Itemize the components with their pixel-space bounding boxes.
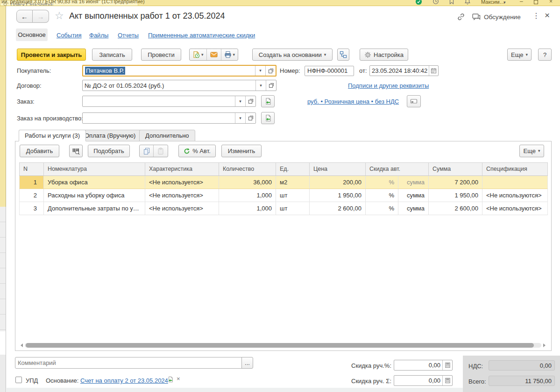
cell-nomenclature[interactable]: Уборка офиса	[44, 176, 145, 189]
calculator-icon[interactable]	[442, 360, 452, 370]
cell-total[interactable]: 2 600,00	[429, 202, 482, 215]
close-app-icon[interactable]: ×	[549, 0, 553, 4]
cell-unit[interactable]: шт	[276, 189, 310, 202]
cell-unit[interactable]: шт	[276, 202, 310, 215]
close-window-icon[interactable]: ×	[545, 10, 550, 21]
cell-unit[interactable]: м2	[276, 176, 310, 189]
comment-expand-button[interactable]: ...	[241, 357, 253, 369]
auto-discount-button[interactable]: % Авт.	[178, 145, 216, 157]
basis-fill-icon[interactable]	[167, 376, 174, 383]
cell-n[interactable]: 3	[20, 202, 44, 215]
signatures-link[interactable]: Подписи и другие реквизиты	[348, 82, 429, 89]
date-field[interactable]: 23.05.2024 18:40:42	[369, 65, 439, 76]
cell-quantity[interactable]: 1,000	[219, 202, 276, 215]
cell-discount-sum[interactable]: сумма	[398, 176, 429, 189]
copy-link-icon[interactable]	[456, 12, 466, 21]
table-row[interactable]: 1 Уборка офиса <Не используется> 36,000 …	[19, 176, 548, 189]
nav-link-reports[interactable]: Отчеты	[118, 32, 139, 39]
window-menu-dots-icon[interactable]: ⋮	[532, 11, 540, 20]
nav-link-files[interactable]: Файлы	[89, 32, 108, 39]
user-menu[interactable]: Максим…	[481, 0, 505, 5]
col-auto-discount[interactable]: Скидка авт.	[366, 163, 429, 175]
cell-discount-pct[interactable]: %	[366, 176, 398, 189]
buyer-open-icon[interactable]	[265, 66, 276, 76]
buyer-field[interactable]: Пятачков В.Р. ▾	[82, 65, 276, 77]
settings-button[interactable]: Настройка	[360, 49, 408, 61]
manual-discount-sum-field[interactable]: 0,00	[394, 375, 453, 386]
copy-rows-button[interactable]	[140, 145, 154, 157]
order-field[interactable]: ▾	[82, 96, 256, 107]
production-order-caret-icon[interactable]: ▾	[235, 113, 245, 123]
col-n[interactable]: N	[20, 163, 44, 175]
col-unit[interactable]: Ед.	[276, 163, 310, 175]
related-documents-button[interactable]	[337, 49, 349, 61]
cell-nomenclature[interactable]: Дополнительные затраты по у…	[44, 202, 145, 215]
save-button[interactable]: Записать	[92, 49, 132, 61]
favorite-star-icon[interactable]: ☆	[55, 10, 64, 22]
help-button[interactable]: ?	[538, 49, 552, 61]
buyer-dropdown-caret-icon[interactable]: ▾	[255, 66, 265, 76]
number-field[interactable]: НФНФ-000001	[305, 66, 354, 76]
tab-additional[interactable]: Дополнительно	[139, 130, 195, 141]
cell-total[interactable]: 1 950,00	[429, 189, 482, 202]
cell-price[interactable]: 1 950,00	[310, 189, 366, 202]
price-type-link[interactable]: руб. • Розничная цена • без НДС	[307, 98, 399, 105]
col-nomenclature[interactable]: Номенклатура	[44, 163, 145, 175]
table-row[interactable]: 3 Дополнительные затраты по у… <Не испол…	[19, 202, 548, 215]
nav-tab-main[interactable]: Основное	[16, 28, 48, 41]
tab-payment[interactable]: Оплата (Вручную)	[78, 130, 142, 141]
post-button[interactable]: Провести	[141, 49, 181, 61]
table-horizontal-scrollbar[interactable]	[21, 342, 546, 349]
cell-total[interactable]: 7 200,00	[429, 176, 482, 189]
scrollbar-thumb[interactable]	[26, 343, 534, 348]
col-specification[interactable]: Спецификация	[482, 163, 547, 175]
price-card-button[interactable]	[407, 95, 421, 107]
cell-quantity[interactable]: 1,000	[219, 189, 276, 202]
back-button[interactable]: ←	[16, 10, 33, 23]
table-more-button[interactable]: Еще ▾	[519, 145, 544, 157]
production-order-fill-button[interactable]	[261, 112, 275, 124]
nav-link-events[interactable]: События	[57, 32, 82, 39]
cell-specification[interactable]	[482, 176, 547, 189]
cell-characteristic[interactable]: <Не используется>	[145, 176, 219, 189]
order-dropdown-caret-icon[interactable]: ▾	[235, 96, 245, 106]
cell-quantity[interactable]: 36,000	[219, 176, 276, 189]
discussion-button[interactable]: Обсуждение	[472, 12, 521, 21]
cell-discount-sum[interactable]: сумма	[398, 202, 429, 215]
tab-works-services[interactable]: Работы и услуги (3)	[19, 130, 86, 141]
cell-specification[interactable]: <Не используются>	[482, 202, 547, 215]
col-price[interactable]: Цена	[310, 163, 366, 175]
col-sum[interactable]: Сумма	[429, 163, 482, 175]
cell-discount-sum[interactable]: сумма	[398, 189, 429, 202]
cell-price[interactable]: 2 600,00	[310, 202, 366, 215]
col-characteristic[interactable]: Характеристика	[145, 163, 219, 175]
cell-n[interactable]: 2	[20, 189, 44, 202]
contract-open-icon[interactable]	[266, 80, 276, 91]
scroll-left-icon[interactable]	[21, 343, 23, 347]
col-quantity[interactable]: Количество	[219, 163, 276, 175]
contract-field[interactable]: № ДО-2 от 01.05.2024 (руб.) ▾	[82, 80, 276, 91]
maximize-icon[interactable]	[534, 0, 538, 4]
cell-discount-pct[interactable]: %	[366, 189, 398, 202]
cell-characteristic[interactable]: <Не используется>	[145, 189, 219, 202]
add-row-button[interactable]: Добавить	[20, 145, 59, 157]
edit-row-button[interactable]: Изменить	[221, 145, 262, 157]
table-row[interactable]: 2 Расходны на уборку офиса <Не используе…	[19, 189, 548, 202]
cell-nomenclature[interactable]: Расходны на уборку офиса	[44, 189, 145, 202]
cell-characteristic[interactable]: <Не используется>	[145, 202, 219, 215]
cell-n[interactable]: 1	[20, 176, 44, 189]
create-based-on-button[interactable]: Создать на основании ▾	[252, 49, 333, 61]
forward-button[interactable]: →	[33, 10, 49, 23]
basis-link[interactable]: Счет на оплату 2 от 23.05.2024	[80, 377, 168, 384]
cell-specification[interactable]: <Не используются>	[482, 189, 547, 202]
comment-input[interactable]	[15, 357, 242, 369]
barcode-scan-button[interactable]	[69, 145, 83, 157]
calendar-icon[interactable]	[429, 66, 438, 76]
scroll-right-icon[interactable]	[543, 343, 546, 347]
cell-price[interactable]: 200,00	[310, 176, 366, 189]
production-order-field[interactable]: ▾	[82, 112, 256, 124]
manual-discount-pct-field[interactable]: 0,00	[394, 360, 453, 371]
nav-link-auto-discounts[interactable]: Примененные автоматические скидки	[148, 32, 255, 39]
history-icon[interactable]	[432, 0, 439, 5]
reminder-button[interactable]: ▾	[190, 49, 207, 60]
